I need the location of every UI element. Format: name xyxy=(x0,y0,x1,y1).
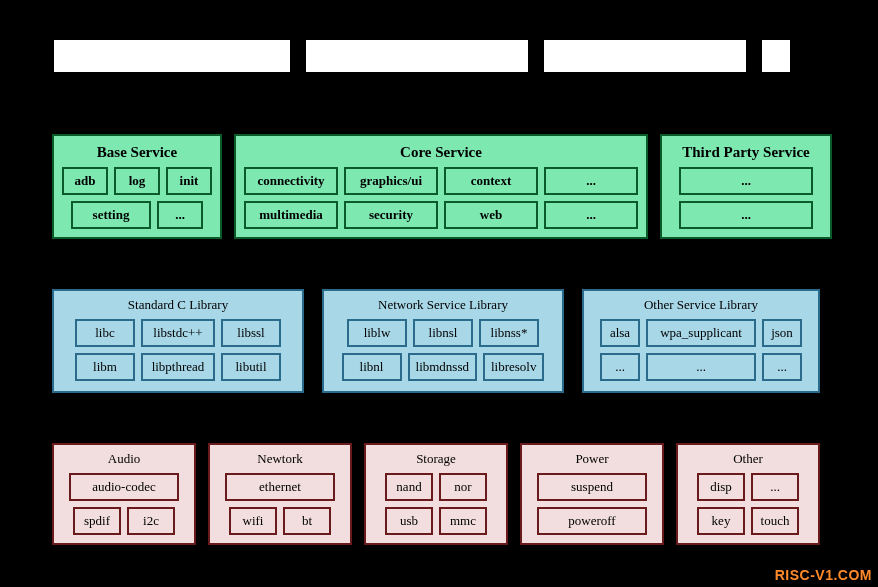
svc-web: web xyxy=(444,201,538,229)
std-c-title: Standard C Library xyxy=(64,295,292,319)
kernel-audio-title: Audio xyxy=(62,449,186,473)
krn-disp: disp xyxy=(697,473,745,501)
std-c-library-box: Standard C Library libc libstdc++ libssl… xyxy=(52,289,304,393)
other-lib-title: Other Service Library xyxy=(594,295,808,319)
other-library-box: Other Service Library alsa wpa_supplican… xyxy=(582,289,820,393)
lib-libstdcpp: libstdc++ xyxy=(141,319,215,347)
svc-core-more-2: ... xyxy=(544,201,638,229)
core-service-box: Core Service connectivity graphics/ui co… xyxy=(234,134,648,239)
base-service-title: Base Service xyxy=(62,140,212,167)
services-row: Base Service adb log init setting ... Co… xyxy=(0,134,878,239)
kernel-network-title: Newtork xyxy=(218,449,342,473)
lib-libpthread: libpthread xyxy=(141,353,215,381)
krn-key: key xyxy=(697,507,745,535)
app-box-1 xyxy=(52,38,292,74)
lib-other-3: ... xyxy=(762,353,802,381)
krn-nand: nand xyxy=(385,473,433,501)
svc-log: log xyxy=(114,167,160,195)
lib-libnl: libnl xyxy=(342,353,402,381)
app-box-3 xyxy=(542,38,748,74)
krn-audio-codec: audio-codec xyxy=(69,473,179,501)
kernel-power-box: Power suspend poweroff xyxy=(520,443,664,545)
kernel-other-box: Other disp ... key touch xyxy=(676,443,820,545)
network-library-box: Network Service Library liblw libnsl lib… xyxy=(322,289,564,393)
svc-third-1: ... xyxy=(679,167,813,195)
kernel-audio-box: Audio audio-codec spdif i2c xyxy=(52,443,196,545)
krn-wifi: wifi xyxy=(229,507,277,535)
svc-context: context xyxy=(444,167,538,195)
svc-security: security xyxy=(344,201,438,229)
svc-adb: adb xyxy=(62,167,108,195)
krn-mmc: mmc xyxy=(439,507,487,535)
kernel-other-title: Other xyxy=(686,449,810,473)
lib-alsa: alsa xyxy=(600,319,640,347)
lib-libm: libm xyxy=(75,353,135,381)
krn-nor: nor xyxy=(439,473,487,501)
krn-ethernet: ethernet xyxy=(225,473,335,501)
svc-multimedia: multimedia xyxy=(244,201,338,229)
svc-setting: setting xyxy=(71,201,151,229)
lib-wpa: wpa_supplicant xyxy=(646,319,756,347)
network-lib-title: Network Service Library xyxy=(334,295,552,319)
lib-json: json xyxy=(762,319,802,347)
krn-i2c: i2c xyxy=(127,507,175,535)
krn-other-more: ... xyxy=(751,473,799,501)
lib-liblw: liblw xyxy=(347,319,407,347)
lib-libnss: libnss* xyxy=(479,319,539,347)
kernel-row: Audio audio-codec spdif i2c Newtork ethe… xyxy=(0,443,878,545)
kernel-power-title: Power xyxy=(530,449,654,473)
watermark: RISC-V1.COM xyxy=(775,567,872,583)
core-service-title: Core Service xyxy=(244,140,638,167)
kernel-storage-box: Storage nand nor usb mmc xyxy=(364,443,508,545)
krn-touch: touch xyxy=(751,507,799,535)
third-party-service-box: Third Party Service ... ... xyxy=(660,134,832,239)
lib-libresolv: libresolv xyxy=(483,353,545,381)
libraries-row: Standard C Library libc libstdc++ libssl… xyxy=(0,289,878,393)
lib-libssl: libssl xyxy=(221,319,281,347)
svc-connectivity: connectivity xyxy=(244,167,338,195)
base-service-box: Base Service adb log init setting ... xyxy=(52,134,222,239)
lib-libnsl: libnsl xyxy=(413,319,473,347)
lib-libutil: libutil xyxy=(221,353,281,381)
lib-other-2: ... xyxy=(646,353,756,381)
third-party-title: Third Party Service xyxy=(670,140,822,167)
krn-usb: usb xyxy=(385,507,433,535)
krn-bt: bt xyxy=(283,507,331,535)
krn-poweroff: poweroff xyxy=(537,507,647,535)
application-row xyxy=(0,38,878,74)
kernel-network-box: Newtork ethernet wifi bt xyxy=(208,443,352,545)
svc-third-2: ... xyxy=(679,201,813,229)
svc-graphics: graphics/ui xyxy=(344,167,438,195)
svc-base-more: ... xyxy=(157,201,203,229)
krn-suspend: suspend xyxy=(537,473,647,501)
krn-spdif: spdif xyxy=(73,507,121,535)
svc-core-more-1: ... xyxy=(544,167,638,195)
lib-libc: libc xyxy=(75,319,135,347)
lib-other-1: ... xyxy=(600,353,640,381)
kernel-storage-title: Storage xyxy=(374,449,498,473)
app-box-2 xyxy=(304,38,530,74)
app-box-4 xyxy=(760,38,792,74)
svc-init: init xyxy=(166,167,212,195)
lib-libmdnssd: libmdnssd xyxy=(408,353,477,381)
